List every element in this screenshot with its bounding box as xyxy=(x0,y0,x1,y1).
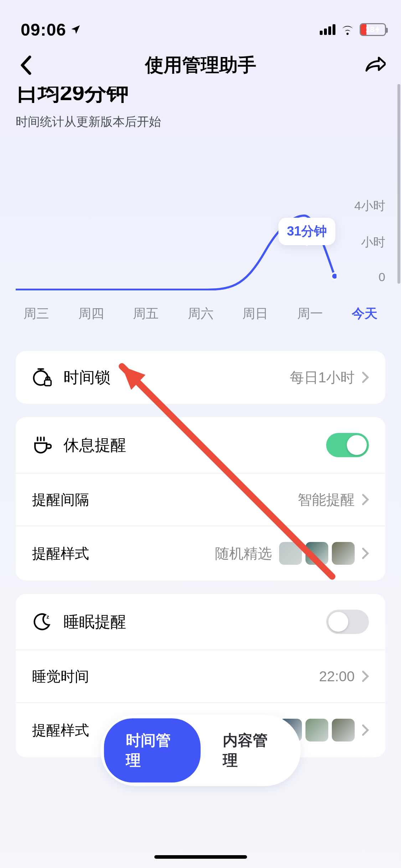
y-tick: 4小时 xyxy=(354,198,385,214)
summary-subtitle: 时间统计从更新版本后开始 xyxy=(16,114,385,130)
time-lock-value: 每日1小时 xyxy=(290,368,355,387)
share-icon xyxy=(365,57,386,74)
sleep-reminder-row: z 睡眠提醒 xyxy=(16,594,385,650)
usage-summary: 日均29分钟 时间统计从更新版本后开始 xyxy=(0,83,401,130)
charging-icon xyxy=(375,26,380,33)
rest-style-row[interactable]: 提醒样式 随机精选 xyxy=(16,526,385,580)
location-icon xyxy=(70,24,81,35)
svg-text:z: z xyxy=(47,614,49,620)
moon-icon: z xyxy=(32,612,52,632)
thumb xyxy=(305,542,328,565)
x-axis-labels: 周三 周四 周五 周六 周日 周一 今天 xyxy=(16,305,385,322)
time-lock-card: 时间锁 每日1小时 xyxy=(16,351,385,404)
time-lock-row[interactable]: 时间锁 每日1小时 xyxy=(16,351,385,404)
rest-reminder-label: 休息提醒 xyxy=(63,435,126,456)
rest-interval-value: 智能提醒 xyxy=(298,490,355,510)
chevron-right-icon xyxy=(362,670,369,682)
thumb xyxy=(279,542,302,565)
rest-interval-row[interactable]: 提醒间隔 智能提醒 xyxy=(16,473,385,526)
cup-icon xyxy=(32,435,52,455)
nav-bar: 使用管理助手 xyxy=(0,46,401,86)
rest-style-value: 随机精选 xyxy=(215,544,272,563)
bottom-tabs: 时间管理 内容管理 xyxy=(100,715,301,786)
back-button[interactable] xyxy=(15,55,36,76)
usage-chart[interactable]: 4小时 小时 0 31分钟 周三 周四 周五 周六 周日 周一 今天 xyxy=(0,144,401,322)
x-tick[interactable]: 周五 xyxy=(133,305,159,322)
chevron-right-icon xyxy=(362,724,369,736)
content-scroll[interactable]: 日均29分钟 时间统计从更新版本后开始 4小时 小时 0 31分钟 周三 周四 … xyxy=(0,83,401,868)
svg-rect-2 xyxy=(45,380,51,386)
battery-indicator: 18 xyxy=(360,23,386,36)
home-indicator[interactable] xyxy=(154,855,247,859)
wifi-icon xyxy=(340,24,355,35)
rest-reminder-toggle[interactable] xyxy=(326,433,369,457)
rest-reminder-row: 休息提醒 xyxy=(16,417,385,473)
rest-style-thumbnails xyxy=(279,542,355,565)
sleep-style-label: 提醒样式 xyxy=(32,720,89,740)
x-tick[interactable]: 周六 xyxy=(188,305,214,322)
rest-style-label: 提醒样式 xyxy=(32,544,89,563)
x-tick[interactable]: 周一 xyxy=(297,305,323,322)
thumb xyxy=(332,542,355,565)
sleep-time-value: 22:00 xyxy=(319,668,355,684)
sleep-time-label: 睡觉时间 xyxy=(32,667,89,686)
x-tick-today[interactable]: 今天 xyxy=(352,305,377,322)
status-bar: 09:06 18 xyxy=(0,0,401,46)
rest-reminder-card: 休息提醒 提醒间隔 智能提醒 提醒样式 随机精选 xyxy=(16,417,385,580)
cellular-icon xyxy=(320,24,335,35)
sleep-reminder-toggle[interactable] xyxy=(326,610,369,634)
stopwatch-lock-icon xyxy=(32,367,52,387)
page-title: 使用管理助手 xyxy=(145,53,256,78)
share-button[interactable] xyxy=(365,55,386,76)
x-tick[interactable]: 周日 xyxy=(242,305,268,322)
rest-interval-label: 提醒间隔 xyxy=(32,490,89,510)
y-tick: 小时 xyxy=(361,234,385,250)
chevron-right-icon xyxy=(362,371,369,383)
summary-headline: 日均29分钟 xyxy=(16,87,129,103)
chevron-left-icon xyxy=(20,56,32,75)
chevron-right-icon xyxy=(362,494,369,506)
svg-point-0 xyxy=(331,273,336,279)
chevron-right-icon xyxy=(362,547,369,559)
x-tick[interactable]: 周四 xyxy=(78,305,104,322)
x-tick[interactable]: 周三 xyxy=(24,305,49,322)
tab-time-management[interactable]: 时间管理 xyxy=(104,718,200,782)
thumb xyxy=(332,719,355,742)
y-axis-labels: 4小时 小时 0 xyxy=(354,198,385,284)
sleep-reminder-label: 睡眠提醒 xyxy=(63,611,126,632)
y-tick: 0 xyxy=(379,270,385,284)
battery-percent: 18 xyxy=(366,25,374,34)
tab-content-management[interactable]: 内容管理 xyxy=(201,718,297,782)
chart-tooltip: 31分钟 xyxy=(278,218,335,245)
thumb xyxy=(305,719,328,742)
time-lock-label: 时间锁 xyxy=(63,367,110,388)
status-time: 09:06 xyxy=(21,20,66,40)
sleep-time-row[interactable]: 睡觉时间 22:00 xyxy=(16,650,385,702)
